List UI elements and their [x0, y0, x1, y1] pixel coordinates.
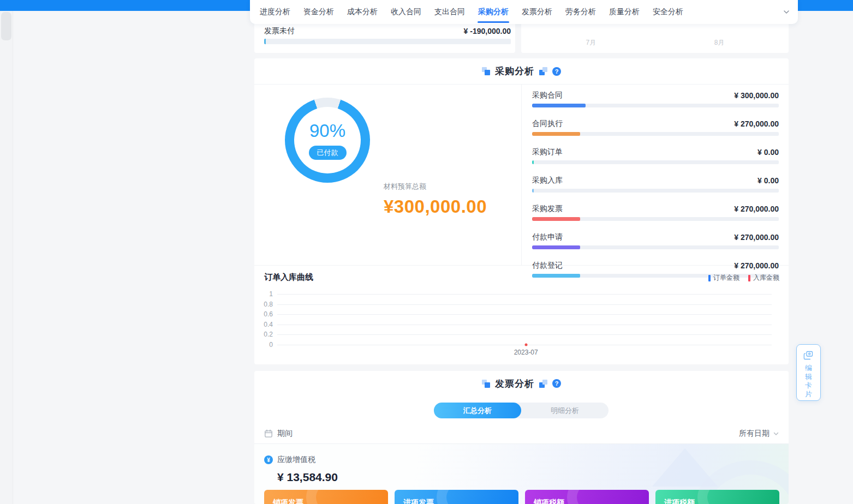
vat-coin-icon: ¥	[264, 455, 273, 464]
procurement-bar-row: 采购订单 ¥ 0.00	[532, 147, 779, 172]
procurement-bar-row: 付款申请 ¥ 270,000.00	[532, 232, 779, 257]
tab-5[interactable]: 采购分析	[478, 0, 509, 24]
bar-fill	[532, 132, 580, 136]
procurement-bar-row: 采购发票 ¥ 270,000.00	[532, 204, 779, 229]
tab-4[interactable]: 支出合同	[434, 0, 465, 24]
gridline	[277, 334, 772, 335]
procurement-bar-list: 采购合同 ¥ 300,000.00 合同执行 ¥ 270,000.00 采购订单…	[532, 87, 779, 286]
analysis-tabbar: 进度分析资金分析成本分析收入合同支出合同采购分析发票分析劳务分析质量分析安全分析	[250, 0, 798, 24]
material-budget-label: 材料预算总额	[384, 182, 487, 191]
scrollbar-thumb[interactable]	[1, 12, 11, 40]
vertical-divider	[521, 85, 522, 265]
tab-9[interactable]: 安全分析	[653, 0, 683, 24]
invoice-stat-card[interactable]: 销项发票	[264, 490, 388, 504]
bar-label: 采购合同	[532, 91, 563, 100]
y-axis-tick: 0	[269, 341, 273, 349]
invoice-stat-cards: 销项发票进项发票销项税额进项税额	[264, 490, 779, 504]
order-inbound-chart-title: 订单入库曲线	[264, 272, 313, 283]
legend-item[interactable]: 订单金额	[708, 273, 739, 283]
toggle-summary[interactable]: 汇总分析	[434, 403, 521, 418]
invoice-analysis-card: 发票分析 ? 汇总分析明细分析 期间 所有日期 ¥ 应缴增值税 ¥ 13,584…	[254, 371, 789, 504]
order-inbound-chart-section: 订单入库曲线 订单金额入库金额 10.80.60.40.202023-07	[254, 266, 789, 364]
bar-value: ¥ 300,000.00	[734, 91, 779, 100]
x-axis-tick: 2023-07	[514, 349, 538, 356]
stat-card-label: 进项发票	[403, 498, 434, 504]
material-budget-value: ¥300,000.00	[384, 196, 487, 217]
y-axis-tick: 0.6	[264, 310, 273, 318]
bar-fill	[532, 245, 580, 249]
chart-legend: 订单金额入库金额	[708, 273, 779, 283]
edit-card-label: 编辑卡片	[805, 364, 813, 399]
bar-label: 合同执行	[532, 119, 563, 129]
title-decoration-right-icon	[539, 67, 547, 75]
procurement-analysis-card: 采购分析 ? 90% 已付款 材料预算总额 ¥300,000.00 采购合同 ¥…	[254, 58, 789, 364]
x-axis-month-label: 7月	[586, 38, 596, 47]
title-decoration-left-icon	[482, 67, 490, 75]
chevron-down-icon	[773, 430, 779, 437]
help-icon[interactable]: ?	[552, 67, 561, 76]
tab-2[interactable]: 成本分析	[347, 0, 378, 24]
bar-fill	[532, 104, 586, 107]
y-axis-tick: 0.4	[264, 321, 273, 328]
procurement-section-title: 采购分析	[495, 65, 534, 77]
gridline	[277, 304, 772, 305]
tab-3[interactable]: 收入合同	[391, 0, 421, 24]
bar-value: ¥ 270,000.00	[734, 119, 779, 128]
gridline	[277, 314, 772, 315]
vat-summary-panel: ¥ 应缴增值税 ¥ 13,584.90 销项发票进项发票销项税额进项税额	[254, 443, 789, 504]
bar-label: 付款申请	[532, 232, 563, 242]
y-axis-tick: 1	[269, 290, 273, 298]
bar-fill	[532, 217, 580, 221]
bar-value: ¥ 270,000.00	[734, 233, 779, 242]
paid-badge: 已付款	[309, 146, 347, 160]
x-axis-month-label: 8月	[714, 38, 725, 47]
y-axis-tick: 0.8	[264, 301, 273, 308]
chevron-down-icon[interactable]	[783, 8, 790, 16]
bar-value: ¥ 0.00	[757, 176, 779, 185]
tab-7[interactable]: 劳务分析	[565, 0, 596, 24]
date-range-dropdown[interactable]: 所有日期	[739, 429, 779, 439]
bar-label: 采购发票	[532, 204, 563, 214]
tab-8[interactable]: 质量分析	[609, 0, 640, 24]
edit-card-button[interactable]: 编辑卡片	[796, 344, 821, 401]
gridline	[277, 294, 772, 295]
stat-card-label: 销项发票	[273, 498, 303, 504]
invoice-unpaid-bar	[264, 39, 511, 44]
date-range-value: 所有日期	[739, 429, 770, 439]
stat-card-label: 销项税额	[534, 498, 564, 504]
help-icon[interactable]: ?	[552, 379, 561, 388]
bar-track	[532, 217, 779, 221]
invoice-stat-card[interactable]: 进项税额	[655, 490, 779, 504]
title-decoration-left-icon	[482, 380, 490, 388]
y-axis-tick: 0.2	[264, 331, 273, 338]
calendar-icon	[264, 429, 273, 438]
paid-percentage-donut: 90% 已付款	[285, 98, 370, 183]
bar-track	[532, 104, 779, 107]
bar-track	[532, 245, 779, 249]
tab-0[interactable]: 进度分析	[260, 0, 290, 24]
bar-value: ¥ 0.00	[757, 148, 779, 157]
invoice-section-title: 发票分析	[495, 377, 534, 390]
procurement-bar-row: 采购合同 ¥ 300,000.00	[532, 91, 779, 116]
paid-percentage-value: 90%	[309, 121, 345, 141]
bar-value: ¥ 270,000.00	[734, 205, 779, 213]
vat-amount: ¥ 13,584.90	[277, 471, 338, 484]
tab-1[interactable]: 资金分析	[303, 0, 334, 24]
period-label: 期间	[277, 429, 293, 439]
procurement-bar-row: 采购入库 ¥ 0.00	[532, 176, 779, 201]
invoice-stat-card[interactable]: 销项税额	[525, 490, 649, 504]
toggle-detail[interactable]: 明细分析	[521, 403, 609, 418]
invoice-unpaid-value: ¥ -190,000.00	[464, 27, 511, 35]
tab-6[interactable]: 发票分析	[522, 0, 552, 24]
bar-label: 采购入库	[532, 176, 563, 185]
title-decoration-right-icon	[539, 380, 547, 388]
vat-label: 应缴增值税	[277, 455, 315, 465]
bar-fill	[532, 189, 534, 193]
invoice-stat-card[interactable]: 进项发票	[395, 490, 518, 504]
legend-item[interactable]: 入库金额	[748, 273, 779, 283]
bar-track	[532, 132, 779, 136]
data-point	[524, 343, 527, 346]
bar-fill	[532, 160, 534, 164]
edit-card-icon	[803, 350, 814, 361]
invoice-unpaid-label: 发票未付	[264, 26, 295, 36]
